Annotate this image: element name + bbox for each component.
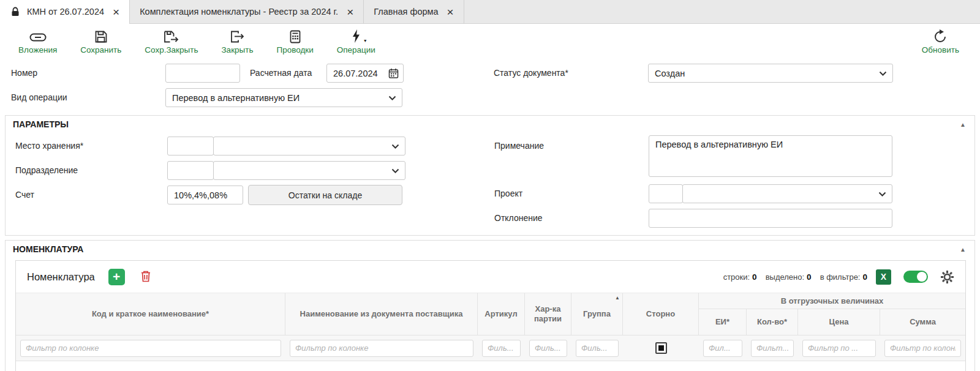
filter-input-quantity[interactable]	[751, 340, 794, 357]
chevron-down-icon	[878, 192, 886, 197]
postings-button[interactable]: Проводки	[276, 28, 313, 54]
column-header-quantity[interactable]: Кол-во*	[747, 309, 798, 335]
storage-code-input[interactable]	[167, 137, 214, 156]
stock-balance-button[interactable]: Остатки на складе	[248, 185, 402, 205]
status-label: Статус документа*	[494, 64, 568, 83]
button-label: Вложения	[18, 45, 57, 54]
operation-type-value: Перевод в альтернативную ЕИ	[172, 93, 300, 103]
storage-select[interactable]	[213, 137, 405, 156]
filter-input-code-name[interactable]	[20, 340, 281, 357]
tab-label: Комплектация номенклатуры - Реестр за 20…	[140, 7, 338, 17]
calc-date-value: 26.07.2024	[333, 69, 378, 78]
toggle-knob	[917, 272, 927, 282]
excel-export-button[interactable]: X	[876, 269, 891, 285]
filter-toggle[interactable]	[903, 271, 928, 283]
refresh-icon	[933, 28, 948, 43]
filtered-count: 0	[862, 272, 867, 282]
group-header-shipping-units: В отгрузочных величинах	[699, 293, 965, 309]
button-label: Проводки	[276, 45, 313, 54]
button-label: Закрыть	[221, 45, 253, 54]
deviation-label: Отклонение	[494, 209, 543, 228]
tab-bar: КМН от 26.07.2024 × Комплектация номенкл…	[0, 0, 980, 24]
filter-input-group[interactable]	[576, 340, 619, 357]
column-header-group[interactable]: Группа▲	[571, 293, 623, 335]
save-button[interactable]: Сохранить	[80, 28, 121, 54]
chevron-down-icon	[879, 71, 887, 76]
project-select[interactable]	[682, 184, 892, 203]
save-close-button[interactable]: Сохр.Закрыть	[145, 28, 198, 54]
floppy-exit-icon	[164, 28, 179, 43]
document-toolbar: Вложения Сохранить Сохр.Закрыть Закрыть …	[0, 24, 980, 60]
project-label: Проект	[494, 184, 522, 203]
collapse-icon[interactable]: ▲	[960, 246, 966, 253]
tab-main-form[interactable]: Главная форма ×	[364, 0, 464, 23]
grid-toolbar: Номенклатура + строки:0 выделено:0 в фил…	[16, 261, 965, 293]
operation-type-select[interactable]: Перевод в альтернативную ЕИ	[165, 88, 402, 107]
filter-input-unit[interactable]	[703, 340, 742, 357]
nomenclature-grid: Номенклатура + строки:0 выделено:0 в фил…	[15, 260, 966, 371]
collapse-icon[interactable]: ▲	[960, 121, 966, 128]
column-header-price[interactable]: Цена	[798, 309, 880, 335]
gear-icon[interactable]	[940, 270, 954, 284]
tab-kmn-document[interactable]: КМН от 26.07.2024 ×	[0, 0, 130, 23]
note-label: Примечание	[494, 137, 544, 156]
operations-button[interactable]: ▾ Операции	[337, 28, 375, 54]
rows-count: 0	[752, 272, 757, 282]
department-select[interactable]	[213, 161, 405, 180]
filter-input-price[interactable]	[802, 340, 876, 357]
refresh-button[interactable]: Обновить	[922, 28, 959, 54]
selected-count: 0	[807, 272, 812, 282]
number-input[interactable]	[165, 64, 240, 83]
floppy-icon	[94, 28, 108, 43]
stock-balance-label: Остатки на складе	[288, 190, 362, 200]
number-label: Номер	[11, 64, 37, 83]
status-select[interactable]: Создан	[648, 64, 893, 83]
tab-close-icon[interactable]: ×	[113, 6, 119, 18]
filter-input-supplier-name[interactable]	[290, 340, 473, 357]
chevron-down-icon	[388, 96, 396, 100]
tab-label: Главная форма	[374, 7, 438, 17]
deviation-input[interactable]	[649, 209, 892, 228]
filter-input-sum[interactable]	[884, 340, 961, 357]
rows-stat: строки:0	[723, 272, 757, 282]
filter-input-article[interactable]	[482, 340, 521, 357]
nomenclature-section: НОМЕНКЛАТУРА ▲ Номенклатура + строки:0 в…	[5, 240, 975, 371]
column-header-code-name[interactable]: Код и краткое наименование*	[16, 293, 285, 335]
calc-date-label: Расчетная дата	[250, 64, 312, 83]
column-header-article[interactable]: Артикул	[478, 293, 525, 335]
tab-registry[interactable]: Комплектация номенклатуры - Реестр за 20…	[130, 0, 364, 23]
filtered-stat: в фильтре:0	[820, 272, 867, 282]
trash-icon	[140, 269, 152, 285]
add-row-button[interactable]: +	[108, 269, 125, 285]
account-input[interactable]	[167, 186, 243, 204]
project-code-input[interactable]	[649, 184, 683, 203]
column-header-unit[interactable]: ЕИ*	[699, 309, 747, 335]
nomenclature-header: НОМЕНКЛАТУРА ▲	[6, 241, 974, 258]
attachments-button[interactable]: Вложения	[18, 28, 57, 54]
button-label: Сохранить	[80, 45, 121, 54]
nomenclature-title: НОМЕНКЛАТУРА	[13, 244, 83, 254]
storno-filter-checkbox[interactable]	[655, 342, 667, 354]
column-header-batch[interactable]: Хар-ка партии	[525, 293, 571, 335]
close-button[interactable]: Закрыть	[221, 28, 253, 54]
note-textarea[interactable]: Перевод в альтернативную ЕИ	[649, 135, 892, 177]
checkbox-indeterminate-mark	[658, 345, 664, 351]
tab-close-icon[interactable]: ×	[447, 6, 454, 18]
column-header-storno[interactable]: Сторно	[623, 293, 699, 335]
grid-stats: строки:0 выделено:0 в фильтре:0 X	[723, 269, 954, 285]
grid-header-row: Код и краткое наименование* Наименование…	[16, 293, 965, 335]
tab-close-icon[interactable]: ×	[347, 6, 353, 18]
grid-title: Номенклатура	[27, 271, 95, 283]
status-value: Создан	[655, 69, 685, 78]
chevron-down-icon	[391, 168, 399, 173]
delete-row-button[interactable]	[140, 269, 152, 285]
button-label: Операции	[337, 45, 375, 54]
calendar-icon[interactable]	[388, 68, 399, 78]
storage-label: Место хранения*	[15, 137, 83, 156]
column-header-sum[interactable]: Сумма	[880, 309, 965, 335]
calc-date-input[interactable]: 26.07.2024	[326, 64, 404, 83]
column-header-supplier-name[interactable]: Наименование из документа поставщика	[285, 293, 478, 335]
filter-input-batch[interactable]	[529, 340, 567, 357]
department-code-input[interactable]	[167, 161, 214, 180]
parameters-header: ПАРАМЕТРЫ ▲	[6, 116, 974, 133]
